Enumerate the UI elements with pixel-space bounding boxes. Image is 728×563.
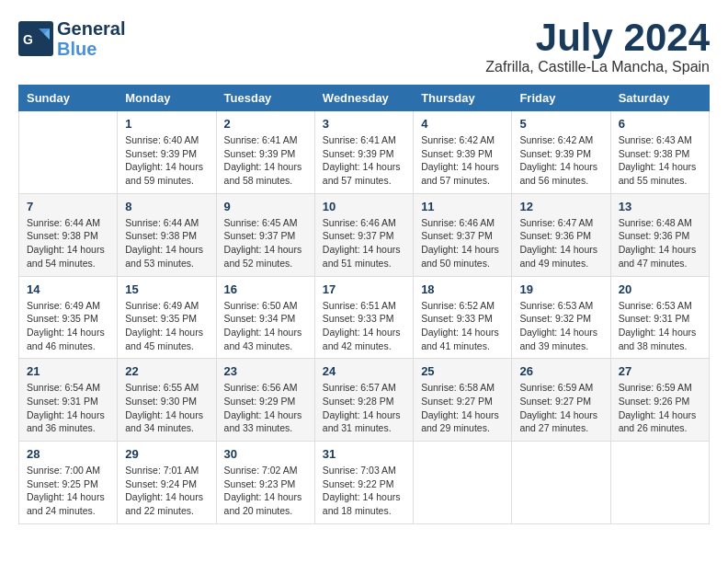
calendar-cell: 30Sunrise: 7:02 AM Sunset: 9:23 PM Dayli… [216,442,314,524]
header-saturday: Saturday [610,86,709,111]
calendar-cell: 9Sunrise: 6:45 AM Sunset: 9:37 PM Daylig… [216,193,314,276]
day-info: Sunrise: 6:53 AM Sunset: 9:32 PM Dayligh… [519,299,602,353]
calendar-cell: 16Sunrise: 6:50 AM Sunset: 9:34 PM Dayli… [216,276,314,359]
calendar-cell [512,442,610,524]
day-number: 2 [224,117,307,131]
day-number: 11 [421,200,504,213]
calendar-cell: 13Sunrise: 6:48 AM Sunset: 9:36 PM Dayli… [610,193,709,276]
day-number: 30 [224,447,307,461]
day-info: Sunrise: 7:01 AM Sunset: 9:24 PM Dayligh… [125,464,208,518]
calendar-cell: 17Sunrise: 6:51 AM Sunset: 9:33 PM Dayli… [314,276,413,359]
day-info: Sunrise: 6:41 AM Sunset: 9:39 PM Dayligh… [224,133,307,188]
day-number: 23 [224,364,307,378]
day-info: Sunrise: 6:54 AM Sunset: 9:31 PM Dayligh… [27,381,109,435]
day-info: Sunrise: 6:42 AM Sunset: 9:39 PM Dayligh… [421,133,504,188]
day-info: Sunrise: 7:02 AM Sunset: 9:23 PM Dayligh… [224,464,307,518]
calendar-cell: 25Sunrise: 6:58 AM Sunset: 9:27 PM Dayli… [414,359,512,442]
logo-blue: Blue [57,39,125,59]
location-title: Zafrilla, Castille-La Mancha, Spain [485,59,710,75]
svg-text:G: G [23,32,33,47]
calendar-cell: 11Sunrise: 6:46 AM Sunset: 9:37 PM Dayli… [414,193,512,276]
day-info: Sunrise: 6:47 AM Sunset: 9:36 PM Dayligh… [519,216,602,270]
calendar-body: 1Sunrise: 6:40 AM Sunset: 9:39 PM Daylig… [19,111,710,524]
day-info: Sunrise: 6:52 AM Sunset: 9:33 PM Dayligh… [421,299,504,353]
calendar-cell: 26Sunrise: 6:59 AM Sunset: 9:27 PM Dayli… [512,359,610,442]
day-number: 6 [619,117,701,131]
day-info: Sunrise: 6:59 AM Sunset: 9:26 PM Dayligh… [619,381,701,435]
day-number: 22 [125,364,208,378]
calendar-cell: 28Sunrise: 7:00 AM Sunset: 9:25 PM Dayli… [19,442,118,524]
calendar-cell: 3Sunrise: 6:41 AM Sunset: 9:39 PM Daylig… [314,111,413,194]
calendar-cell: 22Sunrise: 6:55 AM Sunset: 9:30 PM Dayli… [118,359,216,442]
day-info: Sunrise: 6:42 AM Sunset: 9:39 PM Dayligh… [519,133,602,188]
day-number: 24 [323,364,405,378]
day-info: Sunrise: 6:51 AM Sunset: 9:33 PM Dayligh… [323,299,405,353]
day-info: Sunrise: 6:57 AM Sunset: 9:28 PM Dayligh… [323,381,405,435]
day-number: 4 [421,117,504,131]
logo-icon: G [18,21,53,56]
calendar-cell: 15Sunrise: 6:49 AM Sunset: 9:35 PM Dayli… [118,276,216,359]
day-number: 9 [224,200,307,213]
day-number: 29 [125,447,208,461]
day-info: Sunrise: 6:55 AM Sunset: 9:30 PM Dayligh… [125,381,208,435]
day-info: Sunrise: 7:03 AM Sunset: 9:22 PM Dayligh… [323,464,405,518]
day-info: Sunrise: 6:50 AM Sunset: 9:34 PM Dayligh… [224,299,307,353]
day-info: Sunrise: 6:41 AM Sunset: 9:39 PM Dayligh… [323,133,405,188]
day-number: 12 [519,200,602,213]
day-info: Sunrise: 6:44 AM Sunset: 9:38 PM Dayligh… [27,216,109,270]
calendar-cell: 29Sunrise: 7:01 AM Sunset: 9:24 PM Dayli… [118,442,216,524]
day-number: 27 [619,364,701,378]
calendar-cell: 21Sunrise: 6:54 AM Sunset: 9:31 PM Dayli… [19,359,118,442]
day-number: 20 [619,282,701,296]
calendar-cell: 8Sunrise: 6:44 AM Sunset: 9:38 PM Daylig… [118,193,216,276]
day-number: 1 [125,117,208,131]
day-info: Sunrise: 6:43 AM Sunset: 9:38 PM Dayligh… [619,133,701,188]
day-info: Sunrise: 6:46 AM Sunset: 9:37 PM Dayligh… [421,216,504,270]
day-info: Sunrise: 6:59 AM Sunset: 9:27 PM Dayligh… [519,381,602,435]
day-info: Sunrise: 6:46 AM Sunset: 9:37 PM Dayligh… [323,216,405,270]
day-number: 3 [323,117,405,131]
calendar-cell: 2Sunrise: 6:41 AM Sunset: 9:39 PM Daylig… [216,111,314,194]
day-info: Sunrise: 6:48 AM Sunset: 9:36 PM Dayligh… [619,216,701,270]
day-number: 28 [27,447,109,461]
calendar-cell: 19Sunrise: 6:53 AM Sunset: 9:32 PM Dayli… [512,276,610,359]
day-number: 10 [323,200,405,213]
day-number: 19 [519,282,602,296]
day-number: 5 [519,117,602,131]
calendar-cell: 23Sunrise: 6:56 AM Sunset: 9:29 PM Dayli… [216,359,314,442]
day-info: Sunrise: 6:49 AM Sunset: 9:35 PM Dayligh… [125,299,208,353]
calendar-cell: 24Sunrise: 6:57 AM Sunset: 9:28 PM Dayli… [314,359,413,442]
day-number: 26 [519,364,602,378]
calendar-cell: 7Sunrise: 6:44 AM Sunset: 9:38 PM Daylig… [19,193,118,276]
page-header: G General Blue July 2024 Zafrilla, Casti… [18,18,710,75]
calendar-cell: 20Sunrise: 6:53 AM Sunset: 9:31 PM Dayli… [610,276,709,359]
calendar-cell: 31Sunrise: 7:03 AM Sunset: 9:22 PM Dayli… [314,442,413,524]
week-row-4: 28Sunrise: 7:00 AM Sunset: 9:25 PM Dayli… [19,442,710,524]
day-info: Sunrise: 7:00 AM Sunset: 9:25 PM Dayligh… [27,464,109,518]
day-number: 25 [421,364,504,378]
calendar-cell: 6Sunrise: 6:43 AM Sunset: 9:38 PM Daylig… [610,111,709,194]
day-number: 18 [421,282,504,296]
day-number: 21 [27,364,109,378]
title-block: July 2024 Zafrilla, Castille-La Mancha, … [485,18,710,75]
calendar-cell: 27Sunrise: 6:59 AM Sunset: 9:26 PM Dayli… [610,359,709,442]
header-friday: Friday [512,86,610,111]
calendar-table: SundayMondayTuesdayWednesdayThursdayFrid… [18,85,710,524]
logo-general: General [57,18,125,39]
day-number: 8 [125,200,208,213]
day-info: Sunrise: 6:53 AM Sunset: 9:31 PM Dayligh… [619,299,701,353]
day-number: 13 [619,200,701,213]
calendar-header: SundayMondayTuesdayWednesdayThursdayFrid… [19,86,710,111]
day-info: Sunrise: 6:40 AM Sunset: 9:39 PM Dayligh… [125,133,208,188]
calendar-cell: 12Sunrise: 6:47 AM Sunset: 9:36 PM Dayli… [512,193,610,276]
day-number: 16 [224,282,307,296]
header-row: SundayMondayTuesdayWednesdayThursdayFrid… [19,86,710,111]
day-number: 14 [27,282,109,296]
day-info: Sunrise: 6:58 AM Sunset: 9:27 PM Dayligh… [421,381,504,435]
week-row-2: 14Sunrise: 6:49 AM Sunset: 9:35 PM Dayli… [19,276,710,359]
calendar-cell: 18Sunrise: 6:52 AM Sunset: 9:33 PM Dayli… [414,276,512,359]
day-info: Sunrise: 6:49 AM Sunset: 9:35 PM Dayligh… [27,299,109,353]
week-row-3: 21Sunrise: 6:54 AM Sunset: 9:31 PM Dayli… [19,359,710,442]
calendar-cell: 1Sunrise: 6:40 AM Sunset: 9:39 PM Daylig… [118,111,216,194]
header-thursday: Thursday [414,86,512,111]
